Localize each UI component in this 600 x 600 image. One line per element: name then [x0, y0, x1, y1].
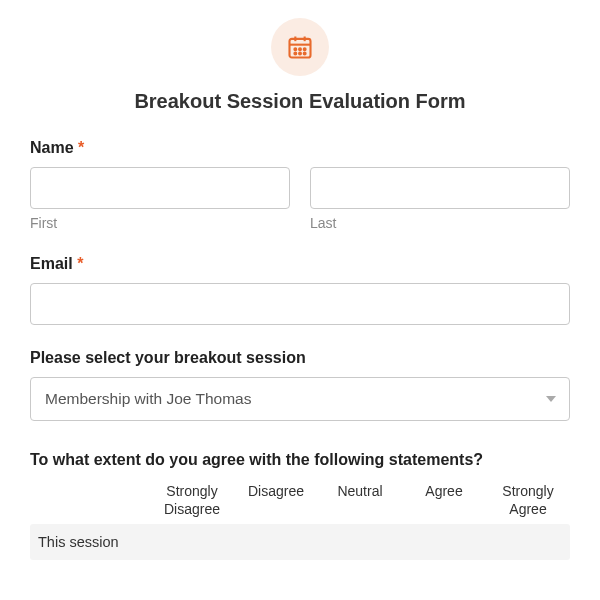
- matrix-col-header: Disagree: [234, 483, 318, 518]
- matrix-label: To what extent do you agree with the fol…: [30, 451, 570, 469]
- email-input[interactable]: [30, 283, 570, 325]
- matrix-row-label: This session: [38, 534, 158, 550]
- last-sublabel: Last: [310, 215, 570, 231]
- svg-point-4: [294, 48, 296, 50]
- matrix-col-header: Agree: [402, 483, 486, 518]
- session-select[interactable]: Membership with Joe Thomas: [30, 377, 570, 421]
- matrix-col-header: Strongly Agree: [486, 483, 570, 518]
- svg-point-8: [299, 52, 301, 54]
- svg-point-9: [304, 52, 306, 54]
- matrix-col-header: Neutral: [318, 483, 402, 518]
- first-sublabel: First: [30, 215, 290, 231]
- calendar-icon: [271, 18, 329, 76]
- matrix-header: Strongly Disagree Disagree Neutral Agree…: [30, 483, 570, 518]
- matrix-row: This session: [30, 524, 570, 560]
- first-name-input[interactable]: [30, 167, 290, 209]
- email-label: Email *: [30, 255, 570, 273]
- chevron-down-icon: [546, 396, 556, 402]
- svg-point-7: [294, 52, 296, 54]
- name-label: Name *: [30, 139, 570, 157]
- svg-point-5: [299, 48, 301, 50]
- svg-point-6: [304, 48, 306, 50]
- last-name-input[interactable]: [310, 167, 570, 209]
- page-title: Breakout Session Evaluation Form: [30, 90, 570, 113]
- matrix-col-header: Strongly Disagree: [150, 483, 234, 518]
- session-label: Please select your breakout session: [30, 349, 570, 367]
